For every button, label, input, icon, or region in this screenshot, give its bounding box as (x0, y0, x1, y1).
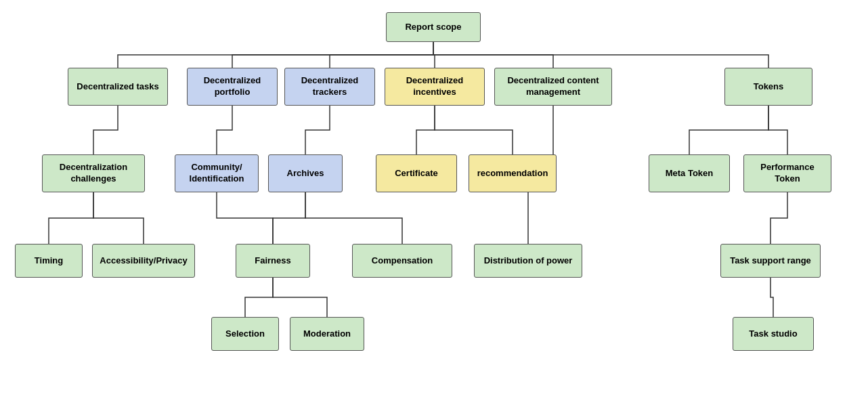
node-community: Community/ Identification (175, 154, 259, 192)
node-timing: Timing (15, 244, 83, 278)
tree-container: Report scopeDecentralized tasksDecentral… (0, 0, 868, 405)
node-certificate: Certificate (376, 154, 457, 192)
node-task_support: Task support range (720, 244, 821, 278)
node-selection: Selection (211, 317, 279, 351)
node-archives: Archives (268, 154, 343, 192)
node-fairness: Fairness (236, 244, 310, 278)
node-dec_tasks: Decentralized tasks (68, 68, 168, 106)
node-task_studio: Task studio (733, 317, 814, 351)
node-compensation: Compensation (352, 244, 452, 278)
node-acc_privacy: Accessibility/Privacy (92, 244, 195, 278)
node-dec_portfolio: Decentralized portfolio (187, 68, 278, 106)
node-recommendation: recommendation (469, 154, 557, 192)
node-dec_incentives: Decentralized incentives (385, 68, 485, 106)
node-perf_token: Performance Token (743, 154, 831, 192)
node-meta_token: Meta Token (649, 154, 730, 192)
node-dist_power: Distribution of power (474, 244, 582, 278)
node-moderation: Moderation (290, 317, 364, 351)
node-dec_trackers: Decentralized trackers (284, 68, 375, 106)
node-root: Report scope (386, 12, 481, 42)
node-tokens: Tokens (724, 68, 812, 106)
node-dec_challenges: Decentralization challenges (42, 154, 145, 192)
node-dec_content: Decentralized content management (494, 68, 612, 106)
